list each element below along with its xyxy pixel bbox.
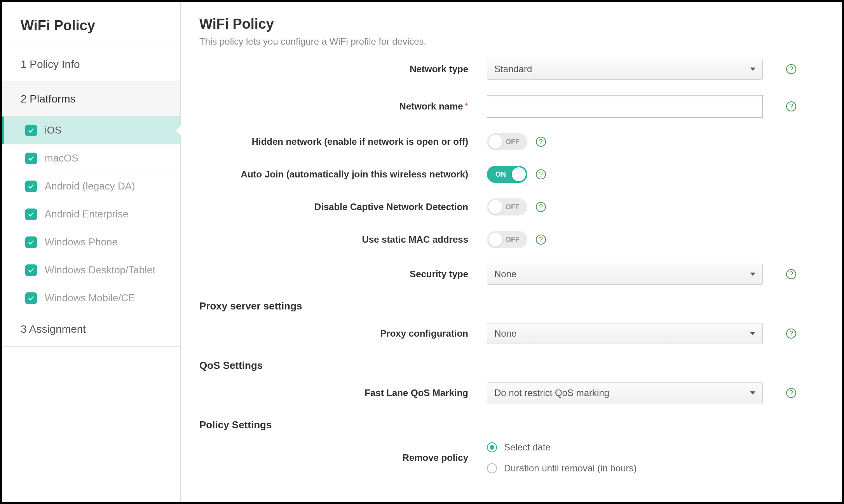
label-auto-join: Auto Join (automatically join this wirel…	[199, 169, 487, 180]
checkmark-icon	[25, 125, 37, 136]
select-value: None	[494, 269, 516, 280]
help-icon[interactable]: ?	[536, 235, 546, 245]
row-auto-join: Auto Join (automatically join this wirel…	[199, 166, 819, 183]
toggle-knob	[512, 167, 526, 181]
label-proxy-configuration: Proxy configuration	[199, 328, 487, 339]
select-network-type[interactable]: Standard	[487, 59, 763, 80]
checkmark-icon	[25, 209, 37, 220]
toggle-auto-join[interactable]: ON	[487, 166, 527, 183]
radio-icon	[487, 442, 497, 452]
row-hidden-network: Hidden network (enable if network is ope…	[199, 133, 819, 150]
select-value: None	[494, 328, 516, 339]
radio-icon	[487, 463, 497, 473]
platform-label: Windows Desktop/Tablet	[45, 264, 155, 276]
caret-down-icon	[750, 68, 755, 71]
toggle-state: OFF	[506, 236, 520, 244]
wizard-step-label: 3 Assignment	[21, 323, 86, 335]
select-security-type[interactable]: None	[487, 264, 763, 285]
wizard-step-policy-info[interactable]: 1 Policy Info	[2, 47, 180, 82]
row-security-type: Security type None ?	[199, 264, 819, 285]
radio-select-date[interactable]: Select date	[487, 442, 551, 453]
toggle-state: OFF	[506, 203, 520, 211]
input-network-name[interactable]	[487, 95, 763, 118]
row-network-name: Network name* ?	[199, 95, 819, 118]
toggle-state: OFF	[506, 138, 520, 146]
platform-item-windows-desktop[interactable]: Windows Desktop/Tablet	[2, 256, 180, 284]
label-network-name: Network name*	[199, 101, 487, 112]
toggle-knob	[488, 233, 502, 247]
caret-down-icon	[750, 273, 755, 276]
row-captive-detection: Disable Captive Network Detection OFF ?	[199, 198, 819, 216]
platform-item-windows-mobile-ce[interactable]: Windows Mobile/CE	[2, 284, 180, 312]
select-proxy-configuration[interactable]: None	[487, 323, 763, 344]
label-security-type: Security type	[199, 269, 487, 280]
radio-label: Duration until removal (in hours)	[504, 463, 636, 474]
wizard-step-platforms[interactable]: 2 Platforms	[2, 82, 180, 116]
select-value: Do not restrict QoS marking	[494, 388, 609, 398]
row-qos-marking: Fast Lane QoS Marking Do not restrict Qo…	[199, 382, 819, 403]
platform-label: Android (legacy DA)	[45, 180, 135, 192]
toggle-captive-detection[interactable]: OFF	[487, 198, 527, 216]
heading-qos-settings: QoS Settings	[199, 360, 819, 372]
radio-label: Select date	[504, 442, 551, 453]
checkmark-icon	[25, 153, 37, 164]
platform-label: Windows Mobile/CE	[45, 292, 135, 304]
sidebar: WiFi Policy 1 Policy Info 2 Platforms iO…	[2, 2, 181, 502]
platform-item-android-enterprise[interactable]: Android Enterprise	[2, 200, 180, 228]
app-frame: WiFi Policy 1 Policy Info 2 Platforms iO…	[0, 0, 844, 504]
help-icon[interactable]: ?	[786, 388, 796, 398]
platform-label: Windows Phone	[45, 236, 118, 248]
caret-down-icon	[750, 332, 755, 335]
label-captive-detection: Disable Captive Network Detection	[199, 202, 487, 212]
heading-policy-settings: Policy Settings	[199, 419, 819, 431]
toggle-knob	[488, 200, 502, 214]
wizard-step-label: 1 Policy Info	[21, 58, 80, 71]
select-qos-marking[interactable]: Do not restrict QoS marking	[487, 382, 763, 403]
row-proxy-configuration: Proxy configuration None ?	[199, 323, 819, 344]
row-static-mac: Use static MAC address OFF ?	[199, 231, 819, 248]
label-static-mac: Use static MAC address	[199, 234, 487, 245]
help-icon[interactable]: ?	[786, 64, 796, 74]
checkmark-icon	[25, 264, 37, 276]
help-icon[interactable]: ?	[536, 137, 546, 147]
label-network-type: Network type	[199, 64, 487, 75]
help-icon[interactable]: ?	[536, 169, 546, 179]
label-hidden-network: Hidden network (enable if network is ope…	[199, 136, 487, 147]
row-remove-policy: Remove policy Select date Duration until…	[199, 442, 819, 474]
label-qos-marking: Fast Lane QoS Marking	[199, 388, 487, 398]
wizard-step-assignment[interactable]: 3 Assignment	[2, 312, 180, 347]
platform-label: iOS	[45, 124, 61, 136]
help-icon[interactable]: ?	[786, 101, 796, 111]
checkmark-icon	[25, 181, 37, 192]
platform-label: Android Enterprise	[45, 208, 128, 220]
help-icon[interactable]: ?	[536, 202, 546, 212]
page-description: This policy lets you configure a WiFi pr…	[199, 36, 819, 47]
help-icon[interactable]: ?	[786, 328, 796, 339]
caret-down-icon	[750, 391, 755, 395]
platform-item-ios[interactable]: iOS	[2, 116, 180, 144]
toggle-hidden-network[interactable]: OFF	[487, 133, 527, 150]
platform-label: macOS	[45, 152, 78, 164]
sidebar-title: WiFi Policy	[2, 2, 180, 47]
checkmark-icon	[25, 236, 37, 248]
toggle-state: ON	[495, 170, 506, 179]
row-network-type: Network type Standard ?	[199, 59, 819, 80]
checkmark-icon	[25, 292, 37, 304]
main-panel: WiFi Policy This policy lets you configu…	[181, 2, 842, 502]
label-remove-policy: Remove policy	[199, 452, 487, 463]
wizard-step-label: 2 Platforms	[21, 93, 76, 105]
select-value: Standard	[494, 64, 532, 75]
toggle-knob	[488, 135, 502, 149]
help-icon[interactable]: ?	[786, 269, 796, 279]
platform-item-android-legacy[interactable]: Android (legacy DA)	[2, 172, 180, 200]
platform-item-macos[interactable]: macOS	[2, 144, 180, 172]
heading-proxy-settings: Proxy server settings	[199, 300, 819, 312]
platform-item-windows-phone[interactable]: Windows Phone	[2, 228, 180, 256]
radio-duration-until-removal[interactable]: Duration until removal (in hours)	[487, 463, 636, 474]
toggle-static-mac[interactable]: OFF	[487, 231, 527, 248]
page-title: WiFi Policy	[199, 16, 819, 32]
